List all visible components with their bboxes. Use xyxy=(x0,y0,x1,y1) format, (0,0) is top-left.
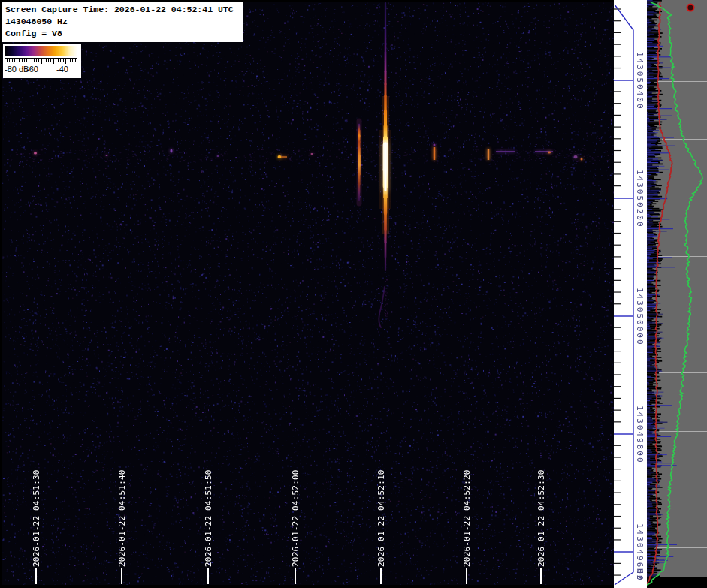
legend-label-min: -80 dB xyxy=(5,65,29,74)
spectrum-panel-canvas xyxy=(647,0,707,588)
time-axis-tick xyxy=(466,568,467,584)
time-axis-tick xyxy=(35,568,37,584)
time-axis-tick xyxy=(207,568,209,584)
frequency-axis-label: 143050000 xyxy=(635,288,645,346)
time-axis-label: 2026-01-22 04:51:30 xyxy=(32,469,41,567)
time-axis-tick xyxy=(540,568,542,584)
legend-minor-ticks xyxy=(5,59,77,62)
time-axis-label: 2026-01-22 04:51:40 xyxy=(117,469,127,567)
time-axis-tick xyxy=(295,568,296,584)
legend-label-max: -40 xyxy=(56,65,68,74)
frequency-axis-label: 143050400 xyxy=(635,52,645,110)
time-axis-label: 2026-01-22 04:52:10 xyxy=(376,469,386,567)
center-frequency-text: 143048050 Hz xyxy=(5,16,240,28)
time-axis-tick xyxy=(121,568,122,584)
time-axis-label: 2026-01-22 04:52:20 xyxy=(462,469,472,567)
legend-label-mid: -60 xyxy=(26,65,38,74)
frequency-axis-label: 143050200 xyxy=(635,170,645,228)
frequency-unit-label: Hz xyxy=(635,568,645,581)
time-axis-label: 2026-01-22 04:51:50 xyxy=(204,469,213,567)
waterfall-spectrogram-canvas xyxy=(2,2,614,585)
frequency-axis-label: 143049800 xyxy=(635,406,645,464)
time-axis-label: 2026-01-22 04:52:00 xyxy=(291,469,301,567)
time-axis-tick xyxy=(380,568,382,584)
meteor-spectrogram-app: Screen Capture Time: 2026-01-22 04:52:41… xyxy=(0,0,707,588)
capture-time-text: Screen Capture Time: 2026-01-22 04:52:41… xyxy=(5,4,240,16)
color-scale-legend: -80 dB -60 -40 xyxy=(3,44,81,78)
config-text: Config = V8 xyxy=(5,28,240,40)
capture-info-box: Screen Capture Time: 2026-01-22 04:52:41… xyxy=(2,2,243,42)
time-axis-label: 2026-01-22 04:52:30 xyxy=(536,469,546,567)
colormap-gradient xyxy=(5,46,77,56)
